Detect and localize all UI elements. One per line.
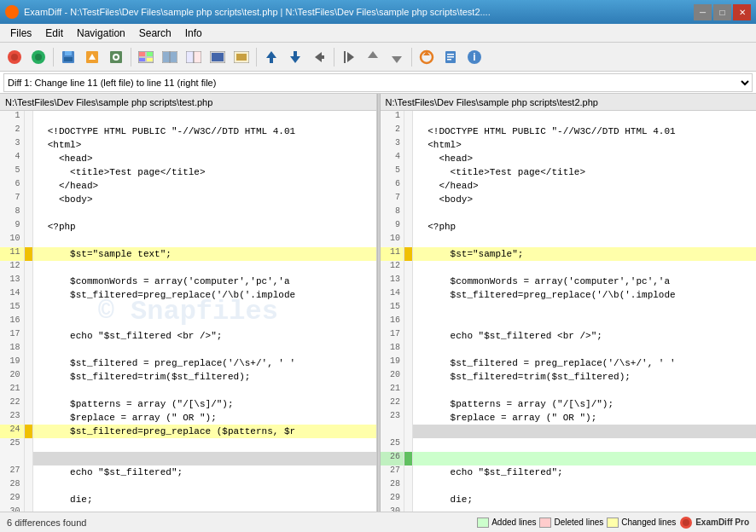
svg-rect-12 xyxy=(139,52,145,56)
table-row: 23 $replace = array (" OR "); xyxy=(0,411,376,425)
save-button[interactable] xyxy=(57,46,79,68)
view-btn-3[interactable] xyxy=(183,46,205,68)
line-number: 30 xyxy=(381,506,404,512)
menu-info[interactable]: Info xyxy=(178,24,209,42)
table-row: 26 xyxy=(381,452,757,466)
svg-rect-24 xyxy=(236,54,247,61)
app-icon xyxy=(5,5,19,19)
line-code xyxy=(32,438,376,452)
line-marker xyxy=(404,247,413,261)
line-code xyxy=(413,452,757,466)
right-pane: N:\TestFiles\Dev Files\sample php script… xyxy=(381,94,757,512)
diff-selector[interactable]: Diff 1: Change line 11 (left file) to li… xyxy=(3,73,753,92)
line-code: $st_filtered = preg_replace('/\s+/', ' ' xyxy=(32,356,376,370)
line-number: 4 xyxy=(381,152,404,165)
toolbar-sep-5 xyxy=(411,48,412,66)
line-marker xyxy=(404,425,413,438)
toolbar-sep-3 xyxy=(256,48,257,66)
svg-rect-15 xyxy=(147,58,153,61)
line-marker xyxy=(404,370,413,384)
table-row: 16 xyxy=(381,315,757,329)
nav-down-button[interactable] xyxy=(284,46,306,68)
examdiff-brand: ExamDiff Pro xyxy=(679,516,749,529)
legend-changed: Changed lines xyxy=(607,518,676,528)
line-code: $commonWords = array('computer','pc','a xyxy=(413,275,757,288)
view-btn-4[interactable] xyxy=(206,46,229,68)
line-code: <body> xyxy=(413,193,757,206)
line-marker xyxy=(24,411,32,425)
line-code: $st="sample"; xyxy=(413,247,757,261)
line-number: 16 xyxy=(381,315,404,329)
line-number: 8 xyxy=(381,206,404,220)
line-marker xyxy=(24,288,32,302)
line-code xyxy=(32,111,376,124)
left-pane: N:\TestFiles\Dev Files\sample php script… xyxy=(0,94,377,512)
report-button[interactable] xyxy=(439,46,462,68)
line-marker xyxy=(24,466,32,479)
info-button[interactable]: i xyxy=(463,46,486,68)
line-number: 30 xyxy=(0,506,24,512)
line-marker xyxy=(404,261,413,275)
svg-marker-25 xyxy=(266,51,276,58)
view-btn-2[interactable] xyxy=(159,46,181,68)
line-number: 11 xyxy=(381,247,404,261)
line-marker xyxy=(24,302,32,315)
right-pane-content[interactable]: 12 <!DOCTYPE HTML PUBLIC "-//W3C//DTD HT… xyxy=(381,111,757,512)
table-row: 9 <?php xyxy=(0,220,376,234)
line-marker xyxy=(404,124,413,138)
menu-navigation[interactable]: Navigation xyxy=(70,24,132,42)
table-row: 24 $st_filtered=preg_replace ($patterns,… xyxy=(0,425,376,438)
line-code xyxy=(32,343,376,356)
first-diff-button[interactable] xyxy=(338,46,360,68)
line-marker xyxy=(404,411,413,425)
line-code: <title>Test page</title> xyxy=(413,165,757,179)
refresh-button[interactable] xyxy=(416,46,438,68)
table-row: 18 xyxy=(381,343,757,356)
diff-area: N:\TestFiles\Dev Files\sample php script… xyxy=(0,94,756,512)
options-button[interactable] xyxy=(105,46,127,68)
menu-edit[interactable]: Edit xyxy=(38,24,70,42)
line-number: 28 xyxy=(0,479,24,493)
left-pane-content[interactable]: © Snapfiles 12 <!DOCTYPE HTML PUBLIC "-/… xyxy=(0,111,376,512)
table-row: 17 echo "$st_filtered <br />"; xyxy=(381,329,757,343)
table-row: 8 xyxy=(0,206,376,220)
menu-files[interactable]: Files xyxy=(3,24,38,42)
open-right-button[interactable] xyxy=(27,46,49,68)
line-number: 17 xyxy=(381,329,404,343)
table-row: 6 </head> xyxy=(381,179,757,193)
line-number: 14 xyxy=(0,288,24,302)
menu-search[interactable]: Search xyxy=(132,24,178,42)
line-marker xyxy=(24,193,32,206)
table-row: 18 xyxy=(0,343,376,356)
line-marker xyxy=(404,452,413,466)
close-button[interactable]: ✕ xyxy=(733,4,751,20)
line-number: 6 xyxy=(0,179,24,193)
line-code: $st_filtered = preg_replace('/\s+/', ' ' xyxy=(413,356,757,370)
nav-left-button[interactable] xyxy=(308,46,330,68)
prev-diff-button[interactable] xyxy=(362,46,384,68)
line-code xyxy=(413,479,757,493)
view-btn-5[interactable] xyxy=(230,46,253,68)
table-row: 25 xyxy=(381,438,757,452)
line-marker xyxy=(24,452,32,466)
line-number: 19 xyxy=(381,356,404,370)
line-marker xyxy=(404,438,413,452)
nav-up-button[interactable] xyxy=(260,46,282,68)
edit-button[interactable] xyxy=(81,46,103,68)
line-marker xyxy=(404,466,413,479)
line-number: 7 xyxy=(0,193,24,206)
minimize-button[interactable]: ─ xyxy=(694,4,712,20)
line-number: 15 xyxy=(0,302,24,315)
line-code xyxy=(413,438,757,452)
line-number: 9 xyxy=(0,220,24,234)
table-row: 5 <title>Test page</title> xyxy=(0,165,376,179)
view-btn-1[interactable] xyxy=(135,46,157,68)
line-number: 27 xyxy=(0,466,24,479)
line-number: 3 xyxy=(0,138,24,152)
svg-point-3 xyxy=(35,54,42,61)
svg-rect-26 xyxy=(270,58,273,63)
maximize-button[interactable]: □ xyxy=(713,4,731,20)
toolbar-sep-2 xyxy=(131,48,131,66)
open-left-button[interactable] xyxy=(3,46,26,68)
next-diff-button[interactable] xyxy=(386,46,408,68)
